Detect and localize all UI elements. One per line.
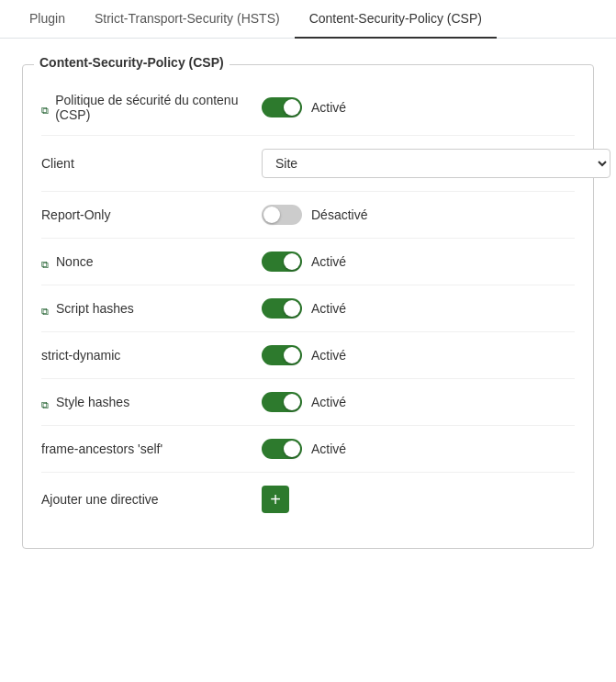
toggle-track-style-hashes [262, 392, 302, 412]
tab-bar: Plugin Strict-Transport-Security (HSTS) … [0, 0, 616, 39]
control-script-hashes: Activé [262, 298, 385, 319]
link-politique[interactable]: Politique de sécurité du contenu (CSP) [41, 93, 262, 122]
toggle-track-strict-dynamic [262, 345, 302, 365]
control-client: Site [262, 149, 610, 178]
toggle-thumb-report-only [263, 207, 280, 223]
toggle-thumb-frame-ancestors [284, 441, 300, 457]
toggle-frame-ancestors[interactable] [262, 439, 302, 459]
toggle-report-only[interactable] [262, 205, 302, 225]
label-style-hashes: Style hashes [41, 395, 262, 409]
toggle-label-frame-ancestors: Activé [311, 442, 385, 456]
row-strict-dynamic: strict-dynamic Activé [41, 332, 575, 379]
toggle-thumb-politique [284, 99, 300, 116]
toggle-nonce[interactable] [262, 252, 302, 272]
toggle-label-report-only: Désactivé [311, 207, 385, 222]
toggle-wrapper-script-hashes: Activé [262, 298, 385, 319]
link-style-hashes[interactable]: Style hashes [41, 395, 262, 409]
control-politique: Activé [262, 97, 385, 117]
toggle-track-script-hashes [262, 298, 302, 319]
external-link-icon-style-hashes [41, 397, 52, 408]
row-frame-ancestors: frame-ancestors 'self' Activé [41, 426, 575, 473]
row-nonce: Nonce Activé [41, 239, 575, 285]
add-directive-button[interactable]: + [262, 486, 289, 513]
fieldset-title: Content-Security-Policy (CSP) [34, 55, 230, 70]
label-frame-ancestors: frame-ancestors 'self' [41, 442, 262, 456]
tab-csp[interactable]: Content-Security-Policy (CSP) [295, 0, 497, 39]
row-politique: Politique de sécurité du contenu (CSP) A… [41, 80, 575, 136]
toggle-track-politique [262, 97, 302, 117]
label-nonce: Nonce [41, 254, 262, 269]
control-report-only: Désactivé [262, 205, 385, 225]
label-strict-dynamic: strict-dynamic [41, 348, 262, 363]
row-script-hashes: Script hashes Activé [41, 285, 575, 332]
label-client: Client [41, 156, 262, 171]
toggle-wrapper-nonce: Activé [262, 252, 385, 272]
row-client: Client Site [41, 136, 575, 192]
label-add-directive: Ajouter une directive [41, 492, 262, 507]
toggle-label-politique: Activé [311, 100, 385, 115]
toggle-wrapper-strict-dynamic: Activé [262, 345, 385, 365]
toggle-label-style-hashes: Activé [311, 395, 385, 409]
toggle-label-script-hashes: Activé [311, 301, 385, 316]
toggle-track-report-only [262, 205, 302, 225]
label-politique: Politique de sécurité du contenu (CSP) [41, 93, 262, 122]
toggle-politique[interactable] [262, 97, 302, 117]
client-select[interactable]: Site [262, 149, 610, 178]
external-link-icon-script-hashes [41, 303, 52, 314]
toggle-strict-dynamic[interactable] [262, 345, 302, 365]
label-report-only: Report-Only [41, 207, 262, 222]
toggle-track-nonce [262, 252, 302, 272]
toggle-wrapper-politique: Activé [262, 97, 385, 117]
external-link-icon-nonce [41, 256, 52, 267]
link-nonce[interactable]: Nonce [41, 254, 262, 269]
row-add-directive: Ajouter une directive + [41, 473, 575, 526]
toggle-style-hashes[interactable] [262, 392, 302, 412]
row-report-only: Report-Only Désactivé [41, 192, 575, 239]
toggle-thumb-script-hashes [284, 300, 300, 317]
toggle-wrapper-style-hashes: Activé [262, 392, 385, 412]
toggle-label-nonce: Activé [311, 254, 385, 269]
tab-hsts[interactable]: Strict-Transport-Security (HSTS) [80, 0, 295, 39]
control-style-hashes: Activé [262, 392, 385, 412]
toggle-script-hashes[interactable] [262, 298, 302, 319]
tab-plugin[interactable]: Plugin [15, 0, 80, 39]
external-link-icon-politique [41, 102, 51, 113]
toggle-thumb-nonce [284, 253, 300, 270]
csp-fieldset: Content-Security-Policy (CSP) Politique … [22, 64, 594, 549]
control-nonce: Activé [262, 252, 385, 272]
toggle-thumb-strict-dynamic [284, 347, 300, 363]
toggle-wrapper-frame-ancestors: Activé [262, 439, 385, 459]
toggle-thumb-style-hashes [284, 394, 300, 410]
toggle-label-strict-dynamic: Activé [311, 348, 385, 363]
toggle-track-frame-ancestors [262, 439, 302, 459]
control-strict-dynamic: Activé [262, 345, 385, 365]
row-style-hashes: Style hashes Activé [41, 379, 575, 426]
main-content: Content-Security-Policy (CSP) Politique … [0, 39, 616, 567]
control-frame-ancestors: Activé [262, 439, 385, 459]
toggle-wrapper-report-only: Désactivé [262, 205, 385, 225]
link-script-hashes[interactable]: Script hashes [41, 301, 262, 316]
control-add-directive: + [262, 486, 289, 513]
label-script-hashes: Script hashes [41, 301, 262, 316]
